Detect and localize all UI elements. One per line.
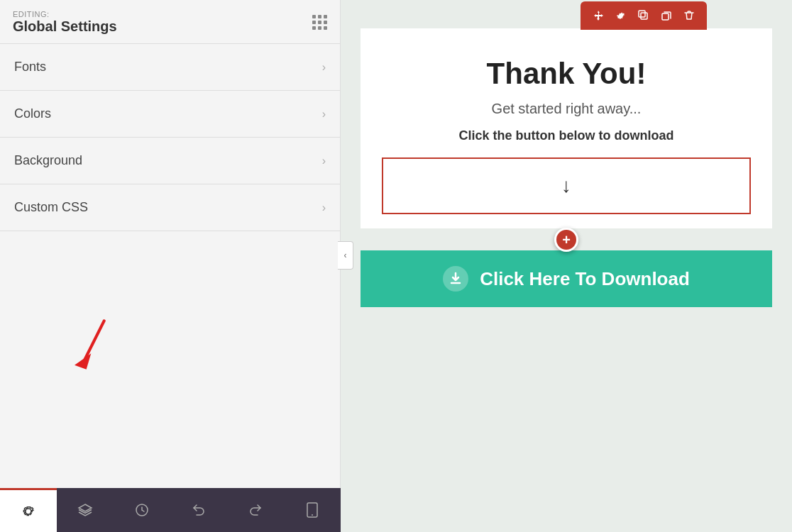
menu-item-custom-css[interactable]: Custom CSS › xyxy=(0,184,340,231)
toolbar-item-history[interactable] xyxy=(114,488,170,532)
collapse-button[interactable]: ‹ xyxy=(338,241,353,270)
fonts-label: Fonts xyxy=(14,60,46,74)
page-content: Thank You! Get started right away... Cli… xyxy=(361,28,772,228)
background-chevron: › xyxy=(322,155,326,167)
settings-button[interactable] xyxy=(610,6,632,26)
menu-item-colors[interactable]: Colors › xyxy=(0,91,340,138)
content-area: Thank You! Get started right away... Cli… xyxy=(341,0,792,488)
custom-css-chevron: › xyxy=(322,201,326,214)
delete-button[interactable] xyxy=(678,6,700,26)
menu-item-background[interactable]: Background › xyxy=(0,138,340,184)
sidebar-menu: Fonts › Colors › Background › Custom CSS… xyxy=(0,44,340,488)
toolbar-item-settings[interactable] xyxy=(0,488,57,532)
down-arrow-icon: ↓ xyxy=(561,174,571,197)
colors-chevron: › xyxy=(322,108,326,121)
move-button[interactable] xyxy=(588,6,609,26)
sidebar-header-text: EDITING: Global Settings xyxy=(13,10,117,35)
duplicate-button[interactable] xyxy=(633,6,654,26)
svg-rect-2 xyxy=(641,13,647,19)
sidebar-title: Global Settings xyxy=(13,18,117,35)
background-label: Background xyxy=(14,153,82,168)
svg-rect-3 xyxy=(639,11,645,17)
toolbar-item-mobile[interactable] xyxy=(284,488,341,532)
bottom-toolbar xyxy=(0,488,341,532)
menu-item-fonts[interactable]: Fonts › xyxy=(0,44,340,91)
download-button-label: Click Here To Download xyxy=(480,268,690,290)
svg-rect-4 xyxy=(662,13,669,20)
colors-label: Colors xyxy=(14,106,51,121)
download-icon xyxy=(443,266,468,292)
download-button[interactable]: Click Here To Download xyxy=(361,250,772,307)
copy-button[interactable] xyxy=(656,6,677,26)
svg-point-7 xyxy=(312,514,313,516)
add-element-button[interactable]: + xyxy=(554,228,578,252)
thank-you-title: Thank You! xyxy=(382,57,751,91)
editing-label: EDITING: xyxy=(13,10,117,18)
element-toolbar xyxy=(581,1,707,30)
thank-you-subtitle: Get started right away... xyxy=(382,101,751,117)
sidebar-header: EDITING: Global Settings xyxy=(0,0,340,44)
toolbar-item-undo[interactable] xyxy=(170,488,227,532)
click-instruction: Click the button below to download xyxy=(382,128,751,143)
toolbar-item-layers[interactable] xyxy=(57,488,114,532)
grid-icon[interactable] xyxy=(312,15,327,30)
custom-css-label: Custom CSS xyxy=(14,200,88,215)
sidebar: EDITING: Global Settings Fonts › Colors … xyxy=(0,0,341,488)
toolbar-item-redo[interactable] xyxy=(227,488,284,532)
fonts-chevron: › xyxy=(322,61,326,74)
selected-element[interactable]: ↓ xyxy=(382,157,751,214)
